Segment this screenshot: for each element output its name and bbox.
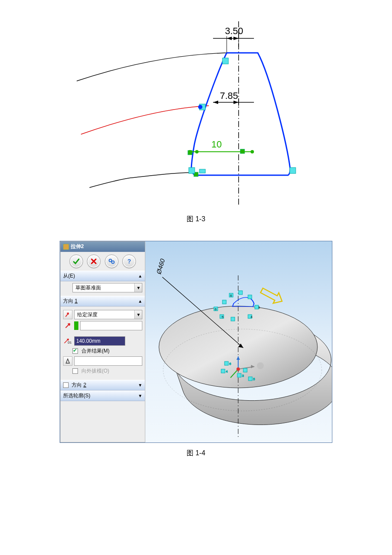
section-from-header[interactable]: 从(E) ▲	[61, 271, 145, 281]
svg-text:D1: D1	[68, 341, 72, 344]
cancel-button[interactable]	[87, 254, 101, 268]
svg-marker-22	[213, 101, 218, 104]
svg-rect-12	[189, 168, 195, 173]
svg-rect-59	[248, 377, 252, 381]
ok-button[interactable]	[69, 254, 83, 268]
depth-input[interactable]	[74, 336, 125, 346]
svg-text:3: 3	[242, 374, 244, 378]
svg-text:5: 5	[222, 315, 224, 319]
direction-arrow-icon	[63, 323, 72, 329]
dropdown-icon[interactable]: ▾	[134, 283, 142, 292]
figure-1-4-caption: 图 1-4	[43, 449, 349, 458]
from-combo-text: 草图基准面	[73, 284, 134, 292]
svg-rect-35	[239, 291, 242, 295]
dim-mid: 7.85	[220, 90, 238, 101]
section-selected-contours-header[interactable]: 所选轮廓(S) ▼	[61, 390, 145, 401]
svg-point-7	[251, 150, 254, 153]
draft-outward-checkbox	[72, 368, 78, 374]
svg-text:4: 4	[251, 315, 253, 319]
svg-point-51	[236, 367, 240, 371]
svg-marker-20	[233, 37, 239, 40]
draft-angle-field[interactable]	[74, 356, 142, 366]
svg-marker-19	[227, 37, 232, 40]
figure-1-4: 拉伸2 ? 从(E) ▲	[60, 241, 332, 443]
svg-rect-57	[237, 373, 241, 377]
svg-text:6: 6	[229, 362, 231, 366]
dim-top: 3.50	[225, 26, 243, 36]
svg-text:6: 6	[215, 307, 217, 311]
draft-outward-label: 向外拔模(O)	[81, 367, 109, 375]
svg-text:4: 4	[226, 370, 228, 373]
pm-title-text: 拉伸2	[71, 243, 84, 250]
svg-marker-23	[233, 101, 239, 104]
figure-1-3-caption: 图 1-3	[43, 215, 349, 224]
propertymanager-panel: 拉伸2 ? 从(E) ▲	[60, 241, 145, 442]
draft-button[interactable]	[63, 356, 72, 366]
svg-rect-13	[199, 169, 205, 173]
svg-text:6: 6	[230, 294, 232, 298]
svg-rect-61	[243, 368, 247, 372]
svg-rect-33	[222, 300, 226, 304]
section-from-label: 从(E)	[63, 272, 75, 280]
extrude-icon	[63, 244, 69, 250]
svg-rect-10	[222, 58, 228, 64]
end-condition-combo[interactable]: 给定深度 ▾	[74, 310, 142, 319]
chevron-up-icon: ▲	[138, 299, 142, 304]
graphics-viewport[interactable]: Ø460	[145, 241, 332, 442]
preview-button[interactable]	[105, 254, 118, 268]
section-dir1-label: 方向 1	[63, 298, 78, 304]
merge-result-label: 合并结果(M)	[81, 347, 110, 355]
svg-rect-55	[221, 369, 225, 373]
svg-rect-36	[248, 295, 252, 299]
help-button[interactable]: ?	[122, 254, 136, 268]
merge-result-checkbox[interactable]	[72, 348, 78, 354]
section-selcontours-label: 所选轮廓(S)	[63, 392, 90, 399]
svg-text:5: 5	[253, 377, 255, 381]
dim-base: 10	[211, 139, 222, 150]
chevron-down-icon: ▼	[138, 393, 142, 398]
svg-point-26	[112, 261, 114, 263]
svg-point-6	[188, 150, 192, 153]
chevron-up-icon: ▲	[138, 274, 142, 278]
dim-diameter: Ø460	[155, 257, 166, 275]
svg-rect-39	[231, 317, 235, 321]
section-dir1-header[interactable]: 方向 1 ▲	[61, 296, 145, 306]
svg-point-8	[195, 150, 199, 153]
svg-text:5: 5	[258, 306, 260, 309]
svg-point-52	[257, 362, 264, 369]
dropdown-icon[interactable]: ▾	[134, 310, 142, 319]
selection-chip	[74, 321, 78, 330]
reverse-direction-button[interactable]	[63, 310, 72, 319]
end-condition-text: 给定深度	[75, 311, 134, 318]
sketch-1-3: 3.50 7.85 10	[68, 21, 324, 209]
pm-title-bar: 拉伸2	[61, 242, 145, 252]
svg-point-25	[109, 259, 112, 262]
svg-point-9	[241, 150, 245, 153]
svg-text:?: ?	[127, 258, 131, 265]
direction-vector-field[interactable]	[80, 321, 142, 330]
svg-rect-14	[290, 168, 296, 173]
figure-1-3: 3.50 7.85 10	[43, 21, 349, 209]
svg-point-15	[198, 105, 202, 109]
depth-d1-icon: D1	[63, 338, 72, 344]
from-combo[interactable]: 草图基准面 ▾	[72, 283, 142, 292]
section-dir2-header[interactable]: 方向 2 ▼	[61, 380, 145, 390]
chevron-down-icon: ▼	[138, 383, 142, 387]
svg-rect-53	[225, 361, 228, 365]
section-dir2-label: 方向 2	[72, 382, 86, 388]
